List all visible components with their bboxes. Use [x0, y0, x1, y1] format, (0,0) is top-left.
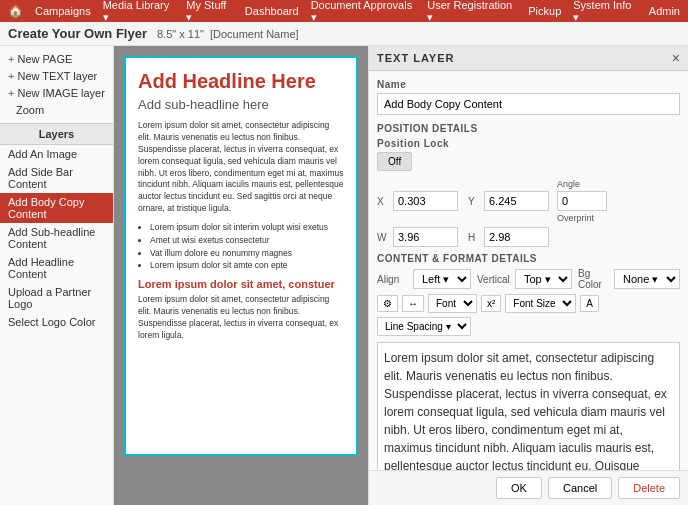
bg-color-label: Bg Color: [578, 268, 608, 290]
right-panel: TEXT LAYER × Name POSITION DETAILS Posit…: [368, 46, 688, 505]
doc-name: [Document Name]: [210, 28, 299, 40]
ok-button[interactable]: OK: [496, 477, 542, 499]
canvas-subheadline: Add sub-headline here: [138, 97, 344, 112]
canvas-red-heading: Lorem ipsum dolor sit amet, constuer: [138, 278, 344, 290]
zoom-control[interactable]: Zoom: [8, 103, 105, 117]
position-lock-group: Position Lock Off: [377, 138, 680, 171]
nav-campaigns[interactable]: Campaigns: [35, 5, 91, 17]
line-spacing-select[interactable]: Line Spacing ▾: [377, 317, 471, 336]
overprint-label: Overprint: [557, 213, 607, 223]
page-title: Create Your Own Flyer: [8, 26, 147, 41]
h-label: H: [468, 232, 480, 243]
position-section-label: POSITION DETAILS: [377, 123, 680, 134]
xy-row: X Y Angle Overprint: [377, 179, 680, 223]
font-select[interactable]: Font: [428, 294, 477, 313]
align-row: Align Left ▾ Vertical Top ▾ Bg Color Non…: [377, 268, 680, 290]
w-label: W: [377, 232, 389, 243]
layer-headline[interactable]: Add Headline Content: [0, 253, 113, 283]
toolbar-settings-btn[interactable]: ⚙: [377, 295, 398, 312]
nav-dashboard[interactable]: Dashboard: [245, 5, 299, 17]
h-input[interactable]: [484, 227, 549, 247]
bg-color-select[interactable]: None ▾: [614, 269, 680, 289]
align-select[interactable]: Left ▾: [413, 269, 471, 289]
canvas-headline: Add Headline Here: [138, 70, 344, 93]
x-label: X: [377, 196, 389, 207]
left-sidebar: New PAGE New TEXT layer New IMAGE layer …: [0, 46, 114, 505]
w-input[interactable]: [393, 227, 458, 247]
new-text-layer-button[interactable]: New TEXT layer: [8, 69, 105, 83]
position-lock-toggle[interactable]: Off: [377, 152, 412, 171]
y-label: Y: [468, 196, 480, 207]
nav-admin[interactable]: Admin: [649, 5, 680, 17]
sub-header: Create Your Own Flyer 8.5" x 11" [Docume…: [0, 22, 688, 46]
new-page-button[interactable]: New PAGE: [8, 52, 105, 66]
name-input[interactable]: [377, 93, 680, 115]
layer-items-list: Add An Image Add Side Bar Content Add Bo…: [0, 145, 113, 331]
list-item: Lorem ipsum dolor sit interim volupt wis…: [150, 221, 344, 234]
nav-my-stuff[interactable]: My Stuff ▾: [186, 0, 233, 24]
nav-pickup[interactable]: Pickup: [528, 5, 561, 17]
page-size: 8.5" x 11": [157, 28, 204, 40]
angle-overprint-group: Angle Overprint: [557, 179, 607, 223]
panel-title: TEXT LAYER: [377, 52, 454, 64]
toolbar-row: ⚙ ↔ Font x² Font Size A Line Spacing ▾: [377, 294, 680, 336]
content-section-label: CONTENT & FORMAT DETAILS: [377, 253, 680, 264]
layers-section-header: Layers: [0, 123, 113, 145]
panel-header: TEXT LAYER ×: [369, 46, 688, 71]
canvas-area: Add Headline Here Add sub-headline here …: [114, 46, 368, 505]
list-item: Vat illum dolore eu nonummy magnes: [150, 247, 344, 260]
wh-row: W H: [377, 227, 680, 247]
layer-sidebar-content[interactable]: Add Side Bar Content: [0, 163, 113, 193]
text-body: Lorem ipsum dolor sit amet, consectetur …: [384, 351, 667, 470]
text-content-area[interactable]: Lorem ipsum dolor sit amet, consectetur …: [377, 342, 680, 470]
toolbar-superscript-btn[interactable]: x²: [481, 295, 501, 312]
vertical-select[interactable]: Top ▾: [515, 269, 572, 289]
name-label: Name: [377, 79, 680, 90]
position-lock-label: Position Lock: [377, 138, 680, 149]
canvas-list: Lorem ipsum dolor sit interim volupt wis…: [150, 221, 344, 272]
layer-logo-color[interactable]: Select Logo Color: [0, 313, 113, 331]
delete-button[interactable]: Delete: [618, 477, 680, 499]
top-nav: 🏠 Campaigns Media Library ▾ My Stuff ▾ D…: [0, 0, 688, 22]
main-layout: New PAGE New TEXT layer New IMAGE layer …: [0, 46, 688, 505]
nav-user-registration[interactable]: User Registration ▾: [427, 0, 516, 24]
layer-partner-logo[interactable]: Upload a Partner Logo: [0, 283, 113, 313]
canvas-body-para2: Lorem ipsum dolor sit amet, consectetur …: [138, 294, 344, 342]
angle-input[interactable]: [557, 191, 607, 211]
nav-document-approvals[interactable]: Document Approvals ▾: [311, 0, 416, 24]
vertical-label: Vertical: [477, 274, 509, 285]
font-size-select[interactable]: Font Size: [505, 294, 576, 313]
panel-footer: OK Cancel Delete: [369, 470, 688, 505]
nav-media-library[interactable]: Media Library ▾: [103, 0, 175, 24]
cancel-button[interactable]: Cancel: [548, 477, 612, 499]
y-input[interactable]: [484, 191, 549, 211]
x-input[interactable]: [393, 191, 458, 211]
canvas-body-para1: Lorem ipsum dolor sit amet, consectetur …: [138, 120, 344, 215]
layer-add-image[interactable]: Add An Image: [0, 145, 113, 163]
list-item: Lorem ipsum dolor sit amte con epte: [150, 259, 344, 272]
name-field-group: Name: [377, 79, 680, 115]
canvas-page[interactable]: Add Headline Here Add sub-headline here …: [124, 56, 358, 456]
layer-body-copy[interactable]: Add Body Copy Content: [0, 193, 113, 223]
nav-system-info[interactable]: System Info ▾: [573, 0, 637, 24]
list-item: Amet ut wisi exetus consectetur: [150, 234, 344, 247]
panel-body: Name POSITION DETAILS Position Lock Off …: [369, 71, 688, 470]
toolbar-color-btn[interactable]: A: [580, 295, 599, 312]
toolbar-spacing-btn[interactable]: ↔: [402, 295, 424, 312]
align-label: Align: [377, 274, 407, 285]
home-icon[interactable]: 🏠: [8, 4, 23, 18]
new-image-layer-button[interactable]: New IMAGE layer: [8, 86, 105, 100]
angle-label: Angle: [557, 179, 607, 189]
layer-subheadline[interactable]: Add Sub-headline Content: [0, 223, 113, 253]
sidebar-actions: New PAGE New TEXT layer New IMAGE layer …: [0, 46, 113, 123]
panel-close-button[interactable]: ×: [672, 50, 680, 66]
